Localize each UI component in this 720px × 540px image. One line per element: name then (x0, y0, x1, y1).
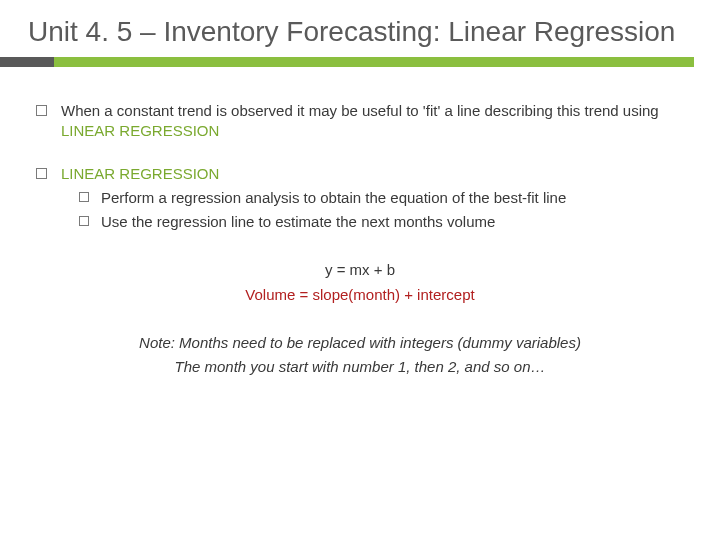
title-underline (0, 57, 720, 75)
note-line-2: The month you start with number 1, then … (36, 357, 684, 377)
underline-dark-segment (0, 57, 58, 67)
equation-block: y = mx + b Volume = slope(month) + inter… (36, 260, 684, 305)
sub-bullet-marker-icon (79, 216, 89, 226)
bullet-item: When a constant trend is observed it may… (36, 101, 684, 142)
note-block: Note: Months need to be replaced with in… (36, 333, 684, 378)
equation-2: Volume = slope(month) + intercept (36, 285, 684, 305)
content-area: When a constant trend is observed it may… (0, 81, 720, 377)
equation-1: y = mx + b (36, 260, 684, 280)
sub-bullet-item: Perform a regression analysis to obtain … (79, 188, 684, 208)
sub-bullet-marker-icon (79, 192, 89, 202)
underline-green-segment (54, 57, 694, 67)
bullet-marker-icon (36, 168, 47, 179)
sub-bullet-1-text: Perform a regression analysis to obtain … (101, 188, 566, 208)
bullet-marker-icon (36, 105, 47, 116)
title-block: Unit 4. 5 – Inventory Forecasting: Linea… (0, 0, 720, 81)
sub-bullet-2-text: Use the regression line to estimate the … (101, 212, 495, 232)
sub-bullet-item: Use the regression line to estimate the … (79, 212, 684, 232)
bullet-item: LINEAR REGRESSION Perform a regression a… (36, 164, 684, 233)
note-line-1: Note: Months need to be replaced with in… (36, 333, 684, 353)
bullet-1-pre: When a constant trend is observed it may… (61, 102, 659, 119)
bullet-text: When a constant trend is observed it may… (61, 101, 684, 142)
slide-title: Unit 4. 5 – Inventory Forecasting: Linea… (28, 14, 692, 49)
bullet-1-highlight: LINEAR REGRESSION (61, 122, 219, 139)
bullet-text: LINEAR REGRESSION Perform a regression a… (61, 164, 684, 233)
bullet-2-highlight: LINEAR REGRESSION (61, 165, 219, 182)
